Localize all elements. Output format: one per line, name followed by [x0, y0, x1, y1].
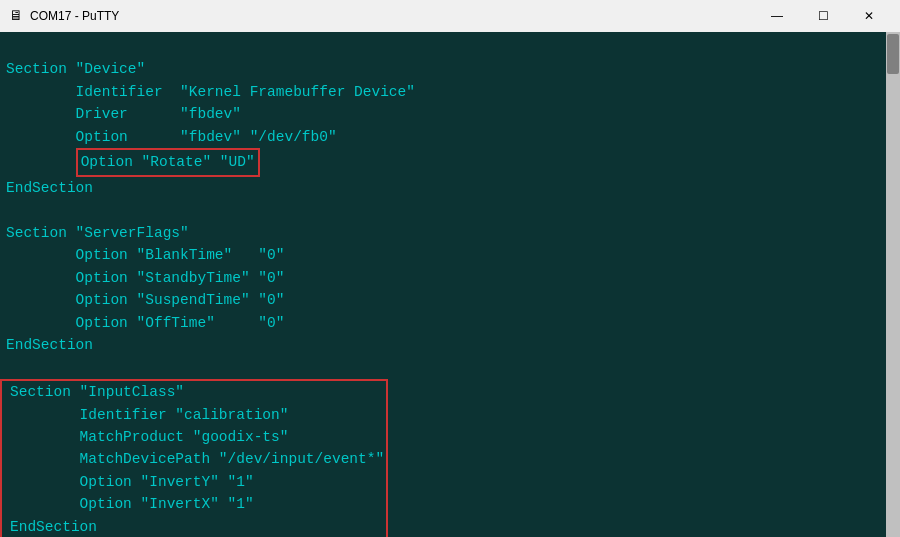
line-21: EndSection: [4, 516, 384, 537]
line-15: Section "InputClass": [4, 381, 384, 403]
line-11: Option "SuspendTime" "0": [0, 289, 886, 311]
line-9: Option "BlankTime" "0": [0, 244, 886, 266]
line-14: [0, 357, 886, 379]
scrollbar-thumb[interactable]: [887, 34, 899, 74]
window-title: COM17 - PuTTY: [30, 9, 754, 23]
line-17: MatchProduct "goodix-ts": [4, 426, 384, 448]
window-controls: — ☐ ✕: [754, 0, 892, 32]
scrollbar[interactable]: [886, 32, 900, 537]
line-13: EndSection: [0, 334, 886, 356]
input-class-section: Section "InputClass" Identifier "calibra…: [0, 379, 388, 537]
close-button[interactable]: ✕: [846, 0, 892, 32]
title-bar: 🖥 COM17 - PuTTY — ☐ ✕: [0, 0, 900, 32]
line-20: Option "InvertX" "1": [4, 493, 384, 515]
minimize-button[interactable]: —: [754, 0, 800, 32]
line-19: Option "InvertY" "1": [4, 471, 384, 493]
line-1: Section "Device": [0, 58, 886, 80]
line-12: Option "OffTime" "0": [0, 312, 886, 334]
maximize-button[interactable]: ☐: [800, 0, 846, 32]
line-6: EndSection: [0, 177, 886, 199]
line-16: Identifier "calibration": [4, 404, 384, 426]
line-2: Identifier "Kernel Framebuffer Device": [0, 81, 886, 103]
line-5: Option "Rotate" "UD": [0, 148, 886, 176]
line-10: Option "StandbyTime" "0": [0, 267, 886, 289]
terminal-area: Section "Device" Identifier "Kernel Fram…: [0, 32, 900, 537]
line-7: [0, 199, 886, 221]
line-4: Option "fbdev" "/dev/fb0": [0, 126, 886, 148]
app-icon: 🖥: [8, 8, 24, 24]
line-3: Driver "fbdev": [0, 103, 886, 125]
putty-window: 🖥 COM17 - PuTTY — ☐ ✕ Section "Device" I…: [0, 0, 900, 537]
terminal-content[interactable]: Section "Device" Identifier "Kernel Fram…: [0, 32, 886, 537]
line-8: Section "ServerFlags": [0, 222, 886, 244]
line-18: MatchDevicePath "/dev/input/event*": [4, 448, 384, 470]
